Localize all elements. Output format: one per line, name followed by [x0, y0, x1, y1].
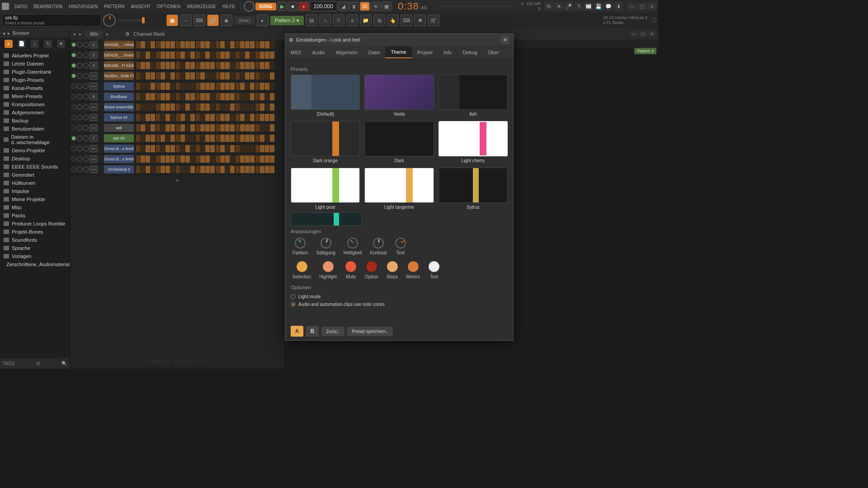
step-cell[interactable] [156, 52, 160, 59]
step-cell[interactable] [225, 72, 230, 80]
step-cell[interactable] [220, 166, 225, 173]
step-cell[interactable] [265, 103, 269, 111]
theme-preset-item[interactable]: Ash [439, 75, 508, 117]
step-cell[interactable] [151, 166, 155, 173]
step-cell[interactable] [136, 93, 140, 100]
step-cell[interactable] [141, 124, 145, 131]
step-cell[interactable] [250, 135, 255, 142]
step-cell[interactable] [265, 166, 269, 173]
browser-item[interactable]: Vorlagen [0, 252, 70, 260]
step-cell[interactable] [210, 62, 215, 69]
channel-mute-icon[interactable] [71, 84, 76, 89]
step-cell[interactable] [170, 62, 175, 69]
channel-name-button[interactable]: BooBass [104, 93, 134, 101]
step-cell[interactable] [146, 72, 150, 80]
step-cell[interactable] [200, 166, 205, 173]
step-cell[interactable] [180, 62, 185, 69]
channel-name-button[interactable]: Orchestral 2 [104, 165, 134, 174]
step-cell[interactable] [185, 135, 190, 142]
step-cell[interactable] [250, 103, 255, 111]
close-button[interactable]: ✕ [647, 3, 656, 10]
step-cell[interactable] [141, 103, 145, 111]
step-cell[interactable] [151, 155, 155, 163]
step-cell[interactable] [210, 145, 215, 152]
channel-mute-icon[interactable] [71, 53, 76, 57]
color-swatch[interactable] [428, 261, 440, 272]
channel-vol-knob[interactable] [83, 146, 89, 151]
step-cell[interactable] [195, 103, 200, 111]
step-cell[interactable] [185, 114, 190, 121]
channel-name-button[interactable]: Reckles...DnB F6 [104, 72, 134, 80]
time-display[interactable]: 0:38:40 [392, 0, 433, 13]
cr-fwd-icon[interactable]: ▸ [79, 31, 82, 37]
menu-file[interactable]: DATEI [12, 2, 30, 11]
song-mode-button[interactable]: SONG [255, 3, 276, 10]
color-swatch[interactable] [322, 261, 334, 272]
step-cell[interactable] [175, 135, 180, 142]
step-cell[interactable] [160, 155, 165, 163]
step-cell[interactable] [215, 155, 220, 163]
channel-mute-icon[interactable] [71, 63, 76, 68]
step-cell[interactable] [245, 145, 250, 152]
step-cell[interactable] [151, 83, 155, 90]
menu-add[interactable]: HINZUFüGEN [66, 2, 100, 11]
browser-item[interactable]: Kanal-Presets [0, 84, 70, 92]
step-cell[interactable] [160, 135, 165, 142]
step-cell[interactable] [136, 62, 140, 69]
step-cell[interactable] [165, 41, 170, 48]
step-cell[interactable] [210, 41, 215, 48]
step-cell[interactable] [265, 72, 269, 80]
step-cell[interactable] [200, 145, 205, 152]
step-cell[interactable] [205, 41, 210, 48]
search-icon[interactable]: 🔍 [61, 361, 67, 366]
undo-history-icon[interactable]: ↻ [544, 2, 553, 11]
step-cell[interactable] [205, 145, 210, 152]
step-cell[interactable] [270, 166, 274, 173]
step-cell[interactable] [215, 52, 220, 59]
step-cell[interactable] [205, 93, 210, 100]
step-cell[interactable] [180, 145, 185, 152]
step-cell[interactable] [230, 72, 235, 80]
step-cell[interactable] [165, 155, 170, 163]
channel-mute-icon[interactable] [71, 136, 76, 141]
step-cell[interactable] [230, 62, 235, 69]
step-cell[interactable] [156, 83, 160, 90]
step-cell[interactable] [205, 135, 210, 142]
channel-pan-knob[interactable] [77, 125, 82, 131]
step-cell[interactable] [165, 62, 170, 69]
close-all-icon[interactable]: ✖ [414, 14, 426, 26]
step-cell[interactable] [195, 166, 200, 173]
touch-kbd-icon[interactable]: ⌨ [401, 14, 412, 26]
browser-item[interactable]: Misc [0, 203, 70, 211]
browser-item[interactable]: Kompositionen [0, 100, 70, 108]
step-cell[interactable] [250, 155, 255, 163]
settings-tab-theme[interactable]: Theme [385, 47, 411, 58]
step-cell[interactable] [160, 83, 165, 90]
step-cell[interactable] [270, 124, 274, 131]
step-cell[interactable] [260, 103, 264, 111]
step-cell[interactable] [205, 62, 210, 69]
compare-a-button[interactable]: A [291, 326, 303, 337]
step-cell[interactable] [250, 83, 255, 90]
step-cell[interactable] [200, 41, 205, 48]
pattern-selector[interactable]: Pattern 2 ▾ [270, 16, 304, 25]
step-cell[interactable] [146, 103, 150, 111]
step-cell[interactable] [270, 41, 274, 48]
step-cell[interactable] [270, 114, 274, 121]
step-cell[interactable] [180, 166, 185, 173]
step-cell[interactable] [230, 145, 235, 152]
audio-note-colors-option[interactable]: Audio and automation clips use note colo… [291, 300, 508, 308]
step-cell[interactable] [175, 166, 180, 173]
theme-preset-item[interactable]: (Default) [291, 75, 360, 117]
step-cell[interactable] [240, 155, 245, 163]
step-cell[interactable] [156, 124, 160, 131]
browser-item[interactable]: Dateien in d..wischenablage [0, 133, 70, 146]
adjustment-knob[interactable] [295, 238, 306, 249]
channel-pan-knob[interactable] [77, 104, 82, 110]
step-cell[interactable] [260, 166, 264, 173]
step-cell[interactable] [160, 52, 165, 59]
step-cell[interactable] [260, 93, 264, 100]
send-to-icon[interactable]: → [180, 14, 192, 26]
step-cell[interactable] [245, 62, 250, 69]
theme-preset-item[interactable]: Veela [364, 75, 434, 117]
